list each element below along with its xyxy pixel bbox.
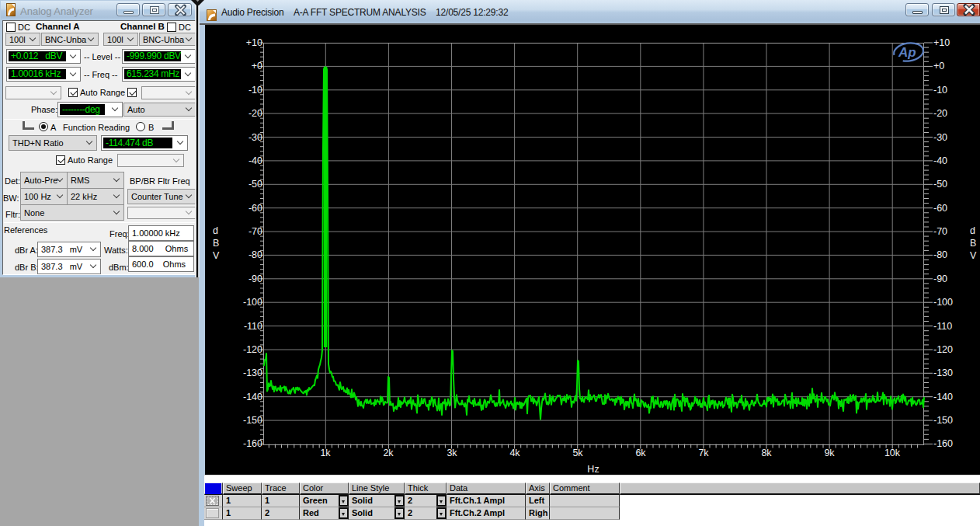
svg-text:1k: 1k xyxy=(320,448,331,458)
svg-text:5k: 5k xyxy=(572,448,583,458)
svg-text:-40: -40 xyxy=(933,155,947,166)
svg-text:-60: -60 xyxy=(933,203,947,214)
svg-text:-100: -100 xyxy=(933,297,953,308)
svg-text:V: V xyxy=(213,250,220,261)
svg-text:6k: 6k xyxy=(635,448,646,458)
svg-text:-100: -100 xyxy=(243,297,262,308)
svg-text:9k: 9k xyxy=(824,448,835,458)
svg-text:Ap: Ap xyxy=(898,45,916,60)
svg-text:-120: -120 xyxy=(933,344,953,355)
svg-text:-80: -80 xyxy=(248,249,262,260)
svg-text:d: d xyxy=(213,225,218,236)
svg-text:-140: -140 xyxy=(243,392,262,402)
svg-text:-130: -130 xyxy=(243,368,262,378)
svg-text:-70: -70 xyxy=(248,226,262,237)
svg-text:-10: -10 xyxy=(248,85,262,96)
svg-text:-30: -30 xyxy=(933,132,947,143)
svg-text:-80: -80 xyxy=(933,249,947,260)
svg-text:B: B xyxy=(213,238,219,249)
svg-text:-110: -110 xyxy=(244,321,262,332)
svg-text:-110: -110 xyxy=(933,321,952,332)
svg-text:8k: 8k xyxy=(761,448,772,458)
svg-text:3k: 3k xyxy=(447,448,457,458)
svg-text:+0: +0 xyxy=(933,61,944,71)
svg-text:7k: 7k xyxy=(698,448,709,458)
svg-text:-160: -160 xyxy=(243,438,262,449)
svg-text:10k: 10k xyxy=(884,448,901,458)
svg-text:+10: +10 xyxy=(933,37,950,48)
svg-text:Hz: Hz xyxy=(587,464,599,475)
svg-text:-40: -40 xyxy=(248,155,262,166)
svg-text:V: V xyxy=(970,250,977,261)
svg-text:-10: -10 xyxy=(933,85,947,96)
svg-text:-160: -160 xyxy=(933,438,953,449)
svg-text:-90: -90 xyxy=(933,273,947,284)
svg-text:B: B xyxy=(970,238,976,249)
svg-text:4k: 4k xyxy=(509,448,520,458)
svg-text:-120: -120 xyxy=(243,344,262,355)
svg-text:-150: -150 xyxy=(933,415,953,426)
svg-text:-50: -50 xyxy=(248,179,262,190)
svg-text:+10: +10 xyxy=(246,37,262,48)
svg-text:2k: 2k xyxy=(383,448,394,458)
svg-text:-20: -20 xyxy=(248,108,262,119)
svg-text:d: d xyxy=(970,225,975,236)
svg-text:-150: -150 xyxy=(243,415,262,426)
svg-text:-130: -130 xyxy=(933,368,953,378)
svg-text:+0: +0 xyxy=(252,61,262,71)
svg-text:-30: -30 xyxy=(248,132,262,143)
svg-text:-140: -140 xyxy=(933,392,953,402)
svg-text:-90: -90 xyxy=(248,273,262,284)
svg-text:-70: -70 xyxy=(933,226,947,237)
svg-text:-60: -60 xyxy=(248,203,262,214)
svg-text:-20: -20 xyxy=(933,108,947,119)
svg-text:-50: -50 xyxy=(933,179,947,190)
